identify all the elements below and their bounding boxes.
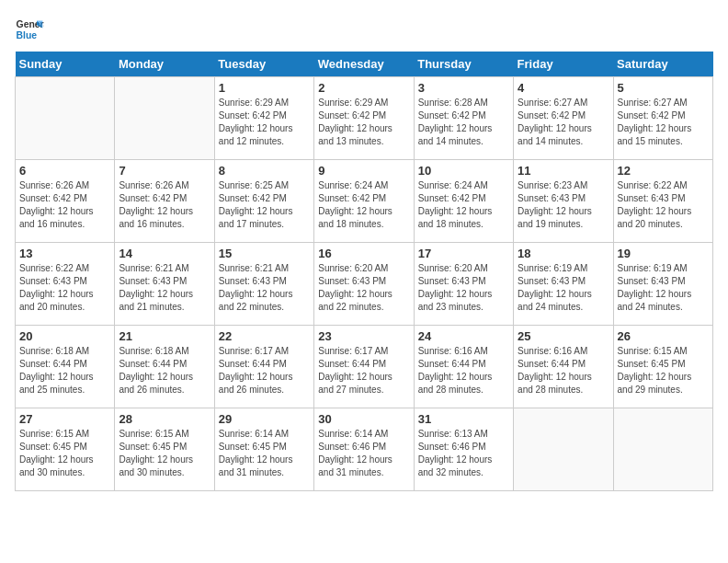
calendar-cell: 11Sunrise: 6:23 AM Sunset: 6:43 PM Dayli…	[514, 160, 613, 243]
day-info: Sunrise: 6:15 AM Sunset: 6:45 PM Dayligh…	[618, 345, 709, 396]
calendar-cell: 18Sunrise: 6:19 AM Sunset: 6:43 PM Dayli…	[514, 243, 613, 326]
day-info: Sunrise: 6:15 AM Sunset: 6:45 PM Dayligh…	[19, 428, 110, 479]
day-info: Sunrise: 6:14 AM Sunset: 6:45 PM Dayligh…	[219, 428, 310, 479]
day-info: Sunrise: 6:27 AM Sunset: 6:42 PM Dayligh…	[618, 97, 709, 148]
day-info: Sunrise: 6:21 AM Sunset: 6:43 PM Dayligh…	[119, 262, 210, 314]
calendar-week-1: 1Sunrise: 6:29 AM Sunset: 6:42 PM Daylig…	[16, 77, 713, 160]
day-info: Sunrise: 6:18 AM Sunset: 6:44 PM Dayligh…	[119, 345, 210, 396]
day-number: 3	[418, 81, 509, 95]
day-info: Sunrise: 6:14 AM Sunset: 6:46 PM Dayligh…	[318, 428, 409, 479]
calendar-week-3: 13Sunrise: 6:22 AM Sunset: 6:43 PM Dayli…	[16, 243, 713, 326]
calendar-week-4: 20Sunrise: 6:18 AM Sunset: 6:44 PM Dayli…	[16, 326, 713, 408]
day-number: 7	[119, 164, 210, 178]
day-number: 12	[618, 164, 709, 178]
day-number: 25	[518, 329, 609, 343]
calendar-cell: 23Sunrise: 6:17 AM Sunset: 6:44 PM Dayli…	[314, 326, 414, 408]
day-number: 4	[518, 81, 609, 95]
day-info: Sunrise: 6:18 AM Sunset: 6:44 PM Dayligh…	[19, 345, 110, 396]
day-header-friday: Friday	[514, 52, 613, 77]
day-info: Sunrise: 6:27 AM Sunset: 6:42 PM Dayligh…	[518, 97, 609, 148]
day-info: Sunrise: 6:22 AM Sunset: 6:43 PM Dayligh…	[19, 262, 110, 314]
day-header-sunday: Sunday	[16, 52, 115, 77]
calendar-cell: 3Sunrise: 6:28 AM Sunset: 6:42 PM Daylig…	[414, 77, 513, 160]
day-number: 22	[219, 329, 310, 343]
day-info: Sunrise: 6:25 AM Sunset: 6:42 PM Dayligh…	[219, 179, 310, 231]
calendar-cell: 20Sunrise: 6:18 AM Sunset: 6:44 PM Dayli…	[16, 326, 115, 408]
calendar-cell: 16Sunrise: 6:20 AM Sunset: 6:43 PM Dayli…	[314, 243, 414, 326]
day-info: Sunrise: 6:24 AM Sunset: 6:42 PM Dayligh…	[418, 179, 509, 231]
day-number: 21	[119, 329, 210, 343]
day-number: 15	[219, 247, 310, 260]
calendar-week-2: 6Sunrise: 6:26 AM Sunset: 6:42 PM Daylig…	[16, 160, 713, 243]
day-info: Sunrise: 6:20 AM Sunset: 6:43 PM Dayligh…	[418, 262, 509, 314]
day-info: Sunrise: 6:22 AM Sunset: 6:43 PM Dayligh…	[618, 179, 709, 231]
calendar-cell: 7Sunrise: 6:26 AM Sunset: 6:42 PM Daylig…	[115, 160, 214, 243]
day-number: 17	[418, 247, 509, 260]
day-number: 13	[19, 247, 110, 260]
day-number: 30	[318, 412, 409, 426]
day-info: Sunrise: 6:29 AM Sunset: 6:42 PM Dayligh…	[219, 97, 310, 148]
day-number: 8	[219, 164, 310, 178]
day-info: Sunrise: 6:16 AM Sunset: 6:44 PM Dayligh…	[518, 345, 609, 396]
day-number: 14	[119, 247, 210, 260]
day-number: 23	[318, 329, 409, 343]
day-number: 26	[618, 329, 709, 343]
day-number: 11	[518, 164, 609, 178]
calendar-cell: 8Sunrise: 6:25 AM Sunset: 6:42 PM Daylig…	[214, 160, 313, 243]
day-number: 19	[618, 247, 709, 260]
day-number: 2	[318, 81, 409, 95]
calendar-cell: 13Sunrise: 6:22 AM Sunset: 6:43 PM Dayli…	[16, 243, 115, 326]
calendar-cell	[613, 408, 712, 491]
calendar-cell: 29Sunrise: 6:14 AM Sunset: 6:45 PM Dayli…	[214, 408, 313, 491]
calendar-cell: 10Sunrise: 6:24 AM Sunset: 6:42 PM Dayli…	[414, 160, 513, 243]
day-number: 31	[418, 412, 509, 426]
calendar-cell	[16, 77, 115, 160]
day-info: Sunrise: 6:28 AM Sunset: 6:42 PM Dayligh…	[418, 97, 509, 148]
day-info: Sunrise: 6:24 AM Sunset: 6:42 PM Dayligh…	[318, 179, 409, 231]
day-info: Sunrise: 6:21 AM Sunset: 6:43 PM Dayligh…	[219, 262, 310, 314]
calendar-header-row: SundayMondayTuesdayWednesdayThursdayFrid…	[16, 52, 713, 77]
day-info: Sunrise: 6:20 AM Sunset: 6:43 PM Dayligh…	[318, 262, 409, 314]
day-number: 20	[19, 329, 110, 343]
calendar-cell: 27Sunrise: 6:15 AM Sunset: 6:45 PM Dayli…	[16, 408, 115, 491]
logo: General Blue	[15, 15, 44, 44]
calendar-cell: 25Sunrise: 6:16 AM Sunset: 6:44 PM Dayli…	[514, 326, 613, 408]
calendar-cell: 5Sunrise: 6:27 AM Sunset: 6:42 PM Daylig…	[613, 77, 712, 160]
calendar-cell: 28Sunrise: 6:15 AM Sunset: 6:45 PM Dayli…	[115, 408, 214, 491]
day-info: Sunrise: 6:17 AM Sunset: 6:44 PM Dayligh…	[219, 345, 310, 396]
day-number: 6	[19, 164, 110, 178]
day-number: 10	[418, 164, 509, 178]
day-number: 24	[418, 329, 509, 343]
day-number: 27	[19, 412, 110, 426]
calendar-cell: 14Sunrise: 6:21 AM Sunset: 6:43 PM Dayli…	[115, 243, 214, 326]
calendar-cell: 30Sunrise: 6:14 AM Sunset: 6:46 PM Dayli…	[314, 408, 414, 491]
calendar-cell: 1Sunrise: 6:29 AM Sunset: 6:42 PM Daylig…	[214, 77, 313, 160]
calendar-cell: 6Sunrise: 6:26 AM Sunset: 6:42 PM Daylig…	[16, 160, 115, 243]
calendar-cell: 12Sunrise: 6:22 AM Sunset: 6:43 PM Dayli…	[613, 160, 712, 243]
calendar-cell: 17Sunrise: 6:20 AM Sunset: 6:43 PM Dayli…	[414, 243, 513, 326]
day-info: Sunrise: 6:16 AM Sunset: 6:44 PM Dayligh…	[418, 345, 509, 396]
day-header-monday: Monday	[115, 52, 214, 77]
day-info: Sunrise: 6:15 AM Sunset: 6:45 PM Dayligh…	[119, 428, 210, 479]
calendar-cell: 22Sunrise: 6:17 AM Sunset: 6:44 PM Dayli…	[214, 326, 313, 408]
day-info: Sunrise: 6:19 AM Sunset: 6:43 PM Dayligh…	[518, 262, 609, 314]
day-header-saturday: Saturday	[613, 52, 712, 77]
day-number: 18	[518, 247, 609, 260]
calendar-cell: 24Sunrise: 6:16 AM Sunset: 6:44 PM Dayli…	[414, 326, 513, 408]
calendar-cell: 2Sunrise: 6:29 AM Sunset: 6:42 PM Daylig…	[314, 77, 414, 160]
calendar-cell	[115, 77, 214, 160]
calendar-cell: 31Sunrise: 6:13 AM Sunset: 6:46 PM Dayli…	[414, 408, 513, 491]
day-info: Sunrise: 6:17 AM Sunset: 6:44 PM Dayligh…	[318, 345, 409, 396]
calendar-cell: 4Sunrise: 6:27 AM Sunset: 6:42 PM Daylig…	[514, 77, 613, 160]
day-info: Sunrise: 6:19 AM Sunset: 6:43 PM Dayligh…	[618, 262, 709, 314]
day-info: Sunrise: 6:26 AM Sunset: 6:42 PM Dayligh…	[19, 179, 110, 231]
day-header-thursday: Thursday	[414, 52, 513, 77]
logo-icon: General Blue	[15, 15, 44, 44]
day-number: 29	[219, 412, 310, 426]
day-info: Sunrise: 6:23 AM Sunset: 6:43 PM Dayligh…	[518, 179, 609, 231]
svg-text:Blue: Blue	[17, 30, 38, 40]
day-number: 1	[219, 81, 310, 95]
day-number: 16	[318, 247, 409, 260]
calendar-cell	[514, 408, 613, 491]
day-header-wednesday: Wednesday	[314, 52, 414, 77]
